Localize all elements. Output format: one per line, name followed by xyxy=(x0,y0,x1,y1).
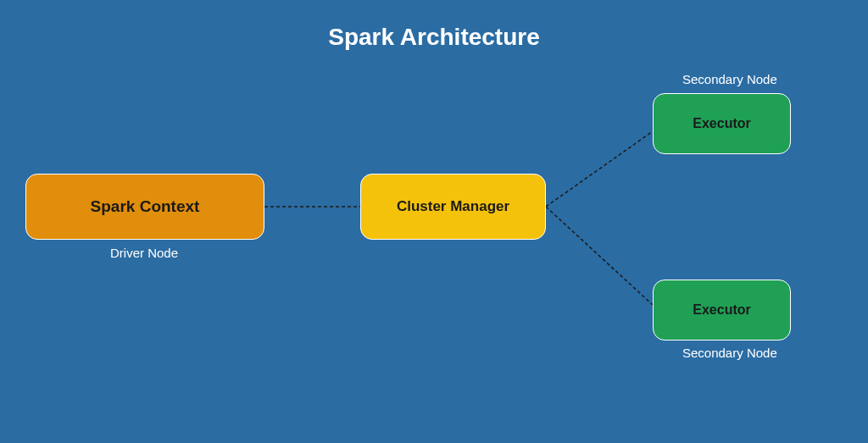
diagram-title: Spark Architecture xyxy=(0,24,868,51)
label-secondary-node-2: Secondary Node xyxy=(682,346,777,360)
node-spark-context-label: Spark Context xyxy=(91,197,200,216)
node-cluster-manager: Cluster Manager xyxy=(360,174,546,240)
connector-manager-exec1 xyxy=(546,131,653,207)
label-secondary-node-1: Secondary Node xyxy=(682,72,777,86)
node-cluster-manager-label: Cluster Manager xyxy=(397,198,509,215)
node-executor-2-label: Executor xyxy=(693,302,750,318)
label-driver-node: Driver Node xyxy=(110,246,178,260)
node-spark-context: Spark Context xyxy=(25,174,264,240)
node-executor-1-label: Executor xyxy=(693,116,750,131)
connector-manager-exec2 xyxy=(546,207,653,305)
node-executor-1: Executor xyxy=(653,93,791,154)
node-executor-2: Executor xyxy=(653,280,791,341)
